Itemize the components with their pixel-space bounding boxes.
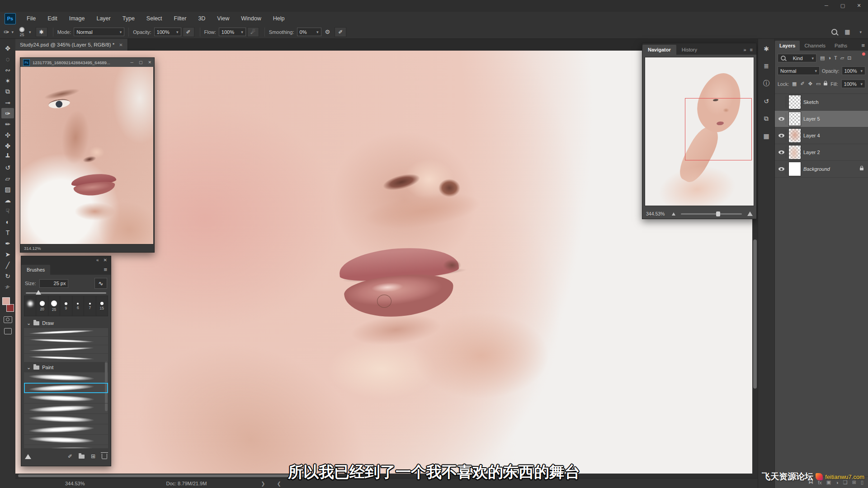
layer-visibility-toggle[interactable] bbox=[777, 96, 786, 108]
menu-item-filter[interactable]: Filter bbox=[174, 15, 187, 22]
new-group-folder-icon[interactable] bbox=[79, 455, 85, 459]
smudge-tool-icon[interactable]: ☟ bbox=[1, 206, 14, 216]
menu-item-window[interactable]: Window bbox=[241, 15, 261, 22]
navigator-preview[interactable] bbox=[645, 57, 754, 206]
fill-select[interactable]: 100%▾ bbox=[841, 80, 865, 88]
workspace-chevron-icon[interactable]: ▾ bbox=[859, 30, 862, 34]
smoothing-select[interactable]: 0%▾ bbox=[297, 28, 321, 36]
ref-minimize-icon[interactable]: ─ bbox=[131, 60, 133, 65]
layer-opacity-select[interactable]: 100%▾ bbox=[842, 66, 866, 75]
status-zoom[interactable]: 344.53% bbox=[65, 481, 85, 486]
tab-brushes[interactable]: Brushes bbox=[21, 265, 50, 275]
smoothing-gear-icon[interactable]: ⚙ bbox=[325, 28, 330, 35]
recent-brush-15[interactable]: 15 bbox=[96, 296, 108, 316]
brush-preset[interactable] bbox=[24, 393, 108, 404]
layer-visibility-toggle[interactable] bbox=[777, 146, 786, 158]
filter-smart-object-icon[interactable]: ⊡ bbox=[847, 55, 851, 61]
layer-row-layer-5[interactable]: Layer 5 bbox=[775, 111, 868, 127]
recent-brush-soft[interactable] bbox=[24, 296, 36, 316]
recent-brush-6[interactable]: 6 bbox=[72, 296, 84, 316]
menu-item-help[interactable]: Help bbox=[273, 15, 285, 22]
layer-thumbnail[interactable] bbox=[789, 162, 801, 176]
close-icon[interactable]: ✕ bbox=[851, 0, 867, 11]
zoom-out-icon[interactable] bbox=[672, 212, 675, 216]
properties-icon[interactable]: ≣ bbox=[764, 62, 769, 70]
horizontal-scrollbar-thumb[interactable] bbox=[18, 474, 316, 477]
panel-menu-icon[interactable]: ≡ bbox=[100, 266, 111, 275]
filter-shape-icon[interactable]: ▱ bbox=[840, 55, 844, 61]
status-next-icon[interactable]: ❯ bbox=[261, 481, 265, 487]
layer-thumbnail[interactable] bbox=[789, 129, 801, 142]
layer-thumbnail[interactable] bbox=[789, 145, 801, 159]
eraser-tool-icon[interactable]: ▱ bbox=[1, 173, 14, 183]
brush-preset[interactable] bbox=[24, 414, 108, 424]
brush-tool-icon[interactable]: ✑ bbox=[1, 108, 14, 118]
brush-preset[interactable] bbox=[24, 337, 108, 345]
navigator-view-box[interactable] bbox=[685, 98, 752, 160]
reference-image-window[interactable]: Ps 12317735_1680921428843495_64689... ─ … bbox=[20, 57, 155, 253]
color-replacement-tool-icon[interactable]: ✣ bbox=[1, 130, 14, 140]
vertical-scrollbar-thumb[interactable] bbox=[753, 239, 757, 389]
tool-preset-chevron-icon[interactable]: ▾ bbox=[12, 30, 14, 34]
brush-preset[interactable] bbox=[24, 345, 108, 354]
menu-item-type[interactable]: Type bbox=[123, 15, 135, 22]
menu-item-select[interactable]: Select bbox=[146, 15, 162, 22]
brush-preset[interactable] bbox=[24, 354, 108, 362]
layer-visibility-toggle[interactable] bbox=[777, 163, 786, 175]
pen-tool-icon[interactable]: ✒ bbox=[1, 238, 14, 249]
brush-preset[interactable] bbox=[24, 328, 108, 337]
size-input[interactable]: 25 px bbox=[39, 279, 68, 288]
brush-angle-icon[interactable] bbox=[25, 454, 31, 459]
eyedropper-tool-icon[interactable]: ⊸ bbox=[1, 97, 14, 108]
brush-preset[interactable] bbox=[24, 445, 108, 448]
menu-item-edit[interactable]: Edit bbox=[47, 15, 57, 22]
tab-paths[interactable]: Paths bbox=[830, 41, 852, 51]
navigator-zoom-slider[interactable] bbox=[681, 213, 742, 215]
brush-group-paint[interactable]: ⌄Paint bbox=[24, 362, 108, 372]
foreground-color-swatch[interactable] bbox=[2, 297, 10, 305]
brush-picker-chevron-icon[interactable]: ▾ bbox=[29, 30, 31, 34]
brush-preset[interactable] bbox=[24, 372, 108, 383]
brush-group-draw[interactable]: ⌄Draw bbox=[24, 318, 108, 328]
screen-mode-icon[interactable] bbox=[4, 328, 12, 334]
brush-settings-icon[interactable]: ✱ bbox=[764, 45, 769, 52]
panel-collapse-icon[interactable]: « bbox=[96, 258, 99, 263]
history-brush-tool-icon[interactable]: ↺ bbox=[1, 162, 14, 173]
lock-transparency-icon[interactable]: ▦ bbox=[792, 81, 797, 87]
brush-preview-toggle-icon[interactable]: ✐ bbox=[68, 453, 72, 460]
panel-close-icon[interactable]: ✕ bbox=[104, 258, 107, 263]
tab-close-icon[interactable]: ✕ bbox=[119, 42, 123, 47]
filter-toggle-icon[interactable] bbox=[862, 52, 865, 56]
info-icon[interactable]: ⓘ bbox=[763, 80, 769, 88]
history-icon[interactable]: ↺ bbox=[764, 98, 769, 105]
tab-history[interactable]: History bbox=[676, 45, 703, 55]
libraries-icon[interactable]: ▦ bbox=[763, 132, 769, 140]
document-tab[interactable]: Study24.psd @ 345% (Layer 5, RGB/8) * ✕ bbox=[15, 39, 128, 51]
lock-artboard-icon[interactable]: ▭ bbox=[816, 81, 821, 87]
kind-filter-select[interactable]: Kind▾ bbox=[778, 54, 816, 62]
airbrush-icon[interactable]: ☄ bbox=[247, 27, 259, 37]
layer-visibility-toggle[interactable] bbox=[777, 113, 786, 125]
mixer-brush-tool-icon[interactable]: ✤ bbox=[1, 141, 14, 151]
brush-preset[interactable] bbox=[24, 435, 108, 445]
dodge-tool-icon[interactable]: ◐ bbox=[1, 216, 14, 227]
clone-source-icon[interactable]: ⧉ bbox=[764, 115, 769, 122]
minimize-icon[interactable]: ─ bbox=[818, 0, 835, 11]
lock-all-icon[interactable] bbox=[824, 83, 827, 85]
tab-layers[interactable]: Layers bbox=[775, 41, 800, 51]
panel-menu-icon[interactable]: ≡ bbox=[858, 42, 868, 51]
brush-preset[interactable] bbox=[24, 404, 108, 414]
layer-row-layer-2[interactable]: Layer 2 bbox=[775, 144, 868, 161]
zoom-in-icon[interactable] bbox=[747, 211, 753, 216]
ref-close-icon[interactable]: ✕ bbox=[148, 60, 151, 65]
navigator-zoom-thumb[interactable] bbox=[716, 211, 720, 216]
menu-item-layer[interactable]: Layer bbox=[96, 15, 110, 22]
toolbar-more-icon[interactable]: ··· bbox=[0, 284, 15, 289]
flow-select[interactable]: 100%▾ bbox=[219, 28, 246, 36]
filter-type-icon[interactable]: T bbox=[834, 55, 837, 61]
layer-thumbnail[interactable] bbox=[789, 112, 801, 126]
rotate-view-tool-icon[interactable]: ↻ bbox=[1, 271, 14, 281]
navigator-zoom-value[interactable]: 344.53% bbox=[646, 211, 665, 216]
lasso-tool-icon[interactable]: ∾ bbox=[1, 65, 14, 75]
blur-tool-icon[interactable]: ☁ bbox=[1, 195, 14, 205]
